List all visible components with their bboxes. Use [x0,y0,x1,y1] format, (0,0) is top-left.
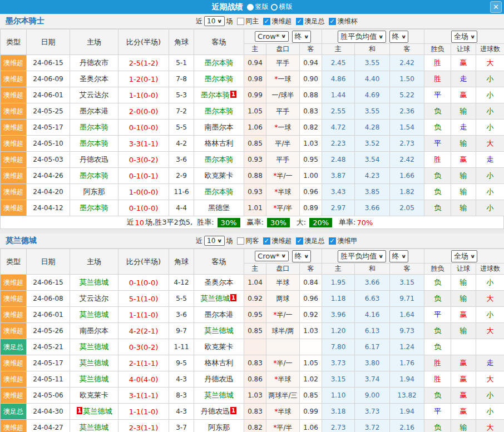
euro-away-odds: 9.71 [390,291,424,307]
type-cell: 澳足总 [1,339,27,355]
team-label: 莫兰德城 [205,326,234,335]
handicap-cell: *一球 [266,71,300,87]
bookmaker-select[interactable]: Crow*∨ [255,251,289,261]
asian-home-odds: 1.01 [244,200,266,216]
sub-column-header: 盘口 [266,44,300,55]
result-header: 全场∨ [424,29,504,44]
date-cell: 24-04-27 [27,420,70,432]
scope-select[interactable]: 全场∨ [451,31,477,43]
home-team-cell: 墨尔本骑 [70,136,118,152]
score-cell: 0-1(0-1) [118,168,169,184]
away-team-cell: 墨尔本骑 [194,55,244,71]
league-checkbox[interactable]: ✓ [296,18,303,25]
chevron-down-icon: ∨ [470,34,476,39]
home-team-cell: 丹德农市 [70,55,118,71]
home-team-cell: 南墨尔本 [70,323,118,339]
odds-stage-select[interactable]: 终∨ [292,31,311,43]
result-goals-cell: 小 [476,404,504,420]
match-count-select[interactable]: 10∨ [204,16,225,26]
result-handicap-cell: 赢 [451,371,476,388]
home-team-cell: 莫兰德城 [70,371,118,388]
home-team-cell: 莫兰德城 [70,307,118,323]
handicap-cell: 两球 [266,291,300,307]
scope-select[interactable]: 全场∨ [451,250,477,262]
asian-away-odds: 1.06 [300,420,322,432]
team-label: 莫兰德城 [80,359,108,367]
league-checkbox[interactable]: ✓ [263,18,270,25]
match-row: 澳维超 24-04-12 墨尔本骑 0-1(0-0) 4-4 黑德堡 1.01 … [1,200,504,216]
handicap-cell: 平手 [266,103,300,120]
home-team-cell: 莫兰德城 [70,339,118,355]
same-venue-checkbox[interactable] [237,18,244,25]
euro-home-odds: 1.10 [322,388,355,404]
wdl-stage-select[interactable]: 终∨ [389,250,408,262]
same-venue-checkbox[interactable] [237,237,244,245]
stat-value: 20% [309,218,332,227]
league-checkbox[interactable]: ✓ [296,237,303,245]
recent-results-dialog: 近期战绩 竖版 横版 ✕ 墨尔本骑士 近 10∨ 场 同主 ✓澳维超✓澳足总✓澳… [0,0,504,432]
wdl-source-select[interactable]: 胜平负均值∨ [338,31,386,43]
team-name: 莫兰德城 [6,236,37,246]
chevron-down-icon: ∨ [378,34,384,39]
euro-draw-odds: 4.23 [355,168,390,184]
team-label: 墨尔本骑 [205,75,234,83]
stat-value: 70% [357,219,373,227]
asian-home-odds: 0.93 [244,184,266,200]
result-wdl-cell: 负 [424,420,451,432]
section-header: 莫兰德城 近 10∨ 场 同客 ✓澳维超✓澳足总✓澳维甲 [0,234,504,249]
away-team-cell: 墨尔本骑1 [194,87,244,103]
league-label: 澳足总 [305,236,325,246]
euro-draw-odds: 3.55 [355,103,390,120]
corners-cell: 5-5 [169,120,194,136]
layout-radio-horizontal[interactable]: 横版 [271,2,293,12]
euro-home-odds: 1.18 [322,291,355,307]
sub-column-header: 胜负 [424,44,451,55]
match-row: 澳维超 24-05-17 莫兰德城 2-1(1-1) 9-5 格林古利 0.83… [1,355,504,371]
euro-away-odds: 3.15 [390,275,424,291]
result-wdl-cell: 平 [424,136,451,152]
handicap-cell: 球半/两 [266,323,300,339]
home-team-cell: 阿东那 [70,184,118,200]
team-label: 丹德农市 [80,58,108,67]
corners-cell: 3-6 [169,152,194,168]
league-checkbox[interactable]: ✓ [329,237,336,245]
team-label: 墨尔本骑 [80,171,108,180]
odds-stage-select[interactable]: 终∨ [292,250,311,262]
team-label: 欧克莱卡 [205,342,234,351]
wdl-stage-select[interactable]: 终∨ [389,31,408,43]
team-label: 墨尔本港 [80,107,108,115]
asian-odds-header: Crow*∨终∨ [244,29,322,44]
team-section: 墨尔本骑士 近 10∨ 场 同主 ✓澳维超✓澳足总✓澳维杯 类型日期主场比分(半… [0,14,504,229]
wdl-source-select[interactable]: 胜平负均值∨ [338,250,386,262]
stat-label: 大: [297,217,306,227]
match-row: 澳维超 24-06-01 莫兰德城 1-1(1-0) 3-6 墨尔本港 0.95… [1,307,504,323]
result-wdl-cell: 负 [424,339,451,355]
layout-radio-vertical[interactable]: 竖版 [245,2,269,12]
result-handicap-cell: 输 [451,168,476,184]
euro-home-odds: 3.87 [322,168,355,184]
close-icon[interactable]: ✕ [490,1,502,13]
match-row: 澳维超 24-06-08 艾云达尔 5-1(1-0) 5-5 莫兰德城1 0.9… [1,291,504,307]
handicap-cell: *半球 [266,404,300,420]
chevron-down-icon: ∨ [304,34,309,39]
result-goals-cell: 小 [476,388,504,404]
type-cell: 澳维超 [1,168,27,184]
asian-home-odds: 0.99 [244,87,266,103]
euro-home-odds: 2.48 [322,152,355,168]
league-label: 澳足总 [305,17,325,26]
radio-horizontal-label: 横版 [279,2,293,12]
corners-cell: 4-4 [169,200,194,216]
result-wdl-cell: 平 [424,307,451,323]
sub-column-header: 主 [322,44,355,55]
team-label: 莫兰德城 [83,407,112,415]
team-label: 莫兰德城 [80,310,108,319]
handicap-cell: *半球 [266,184,300,200]
match-count-select[interactable]: 10∨ [204,236,225,246]
league-checkbox[interactable]: ✓ [263,237,270,245]
chevron-down-icon: ∨ [217,238,223,244]
type-cell: 澳维超 [1,323,27,339]
bookmaker-select[interactable]: Crow*∨ [255,31,289,42]
handicap-cell: 平手 [266,55,300,71]
league-checkbox[interactable]: ✓ [329,18,336,25]
away-team-cell: 莫兰德城1 [194,291,244,307]
